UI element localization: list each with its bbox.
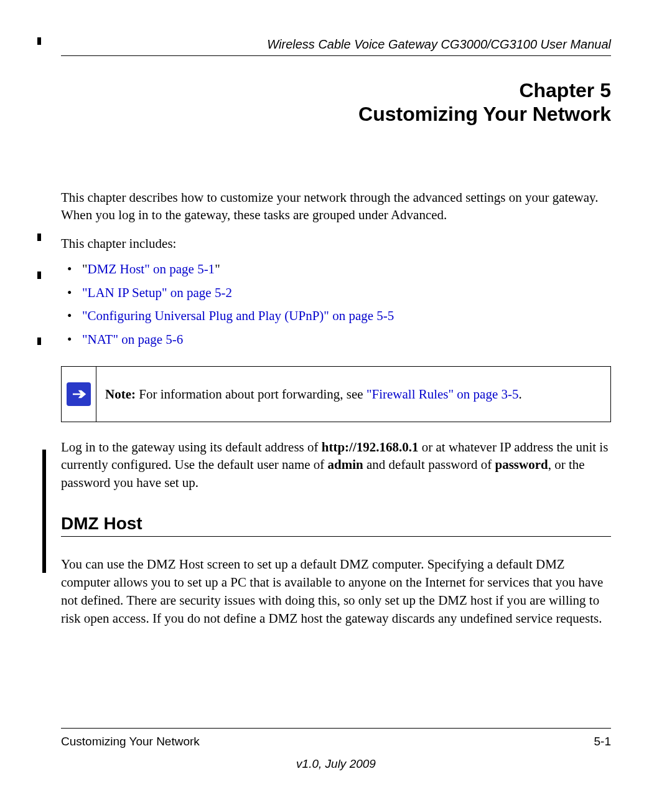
toc-item: "NAT" on page 5-6 (61, 331, 611, 349)
toc-suffix: " (215, 262, 220, 276)
login-paragraph: Log in to the gateway using its default … (61, 438, 611, 491)
default-address: http://192.168.0.1 (322, 440, 419, 455)
toc-link-lanip[interactable]: "LAN IP Setup" on page 5-2 (82, 285, 232, 300)
toc-item: "LAN IP Setup" on page 5-2 (61, 284, 611, 302)
toc-link-dmz[interactable]: DMZ Host" on page 5-1 (88, 262, 215, 276)
toc-link-nat[interactable]: "NAT" on page 5-6 (82, 332, 183, 347)
footer-version: v1.0, July 2009 (61, 757, 611, 771)
change-bar (37, 337, 41, 345)
arrow-right-icon (67, 382, 91, 406)
note-body: For information about port forwarding, s… (136, 387, 366, 402)
chapter-heading: Chapter 5 Customizing Your Network (61, 78, 611, 126)
footer-line: Customizing Your Network 5-1 (61, 728, 611, 748)
change-bar (37, 234, 41, 241)
chapter-title: Customizing Your Network (61, 102, 611, 126)
footer-page-number: 5-1 (594, 735, 611, 748)
default-password: password (495, 457, 548, 472)
note-label: Note: (105, 387, 136, 402)
dmz-body-paragraph: You can use the DMZ Host screen to set u… (61, 555, 611, 628)
toc-prefix: " (82, 262, 88, 276)
page-footer: Customizing Your Network 5-1 v1.0, July … (61, 728, 611, 771)
note-icon-cell (62, 367, 96, 422)
change-bar (42, 450, 46, 573)
note-suffix: . (519, 387, 522, 402)
note-text: Note: For information about port forward… (96, 367, 610, 422)
intro-paragraph: This chapter describes how to customize … (61, 189, 611, 224)
change-bar (37, 37, 41, 45)
toc-item: "Configuring Universal Plug and Play (UP… (61, 307, 611, 325)
running-header: Wireless Cable Voice Gateway CG3000/CG31… (61, 37, 611, 56)
includes-label: This chapter includes: (61, 236, 611, 252)
section-heading-dmz: DMZ Host (61, 514, 611, 537)
default-username: admin (328, 457, 363, 472)
chapter-number: Chapter 5 (61, 78, 611, 102)
footer-chapter-title: Customizing Your Network (61, 735, 200, 748)
change-bars (37, 0, 41, 807)
toc-list: "DMZ Host" on page 5-1" "LAN IP Setup" o… (61, 260, 611, 349)
note-link-firewall[interactable]: "Firewall Rules" on page 3-5 (366, 387, 519, 402)
toc-item: "DMZ Host" on page 5-1" (61, 260, 611, 278)
note-box: Note: For information about port forward… (61, 366, 611, 422)
toc-link-upnp[interactable]: "Configuring Universal Plug and Play (UP… (82, 308, 394, 323)
change-bar (37, 271, 41, 279)
